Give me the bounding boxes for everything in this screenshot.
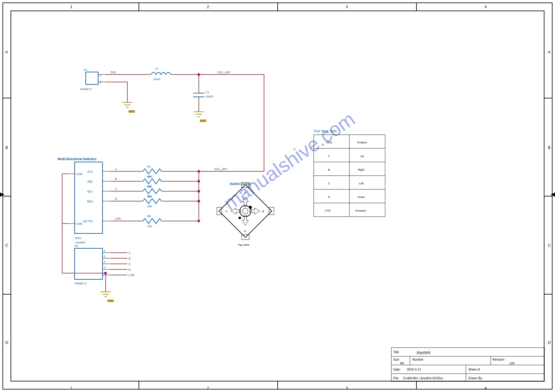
zone-labels: 1 2 3 4 1 2 3 4 A B C D A B C D (5, 4, 551, 390)
svg-text:R4: R4 (147, 195, 151, 198)
svg-text:File:: File: (393, 376, 399, 380)
svg-text:1: 1 (104, 249, 105, 252)
svg-rect-16 (86, 72, 98, 84)
svg-text:Left: Left (359, 182, 364, 185)
svg-text:10K: 10K (147, 225, 152, 228)
svg-text:Multi-Directional Switches: Multi-Directional Switches (58, 157, 97, 161)
gnd-symbol: GND (194, 112, 207, 122)
svg-text:2: 2 (99, 81, 101, 84)
svg-text:CTR: CTR (115, 217, 121, 220)
svg-text:Number: Number (412, 358, 424, 361)
svg-text:C: C (5, 243, 8, 248)
svg-text:3(B): 3(B) (87, 180, 93, 183)
switch-layout-figure: Switch Layout A B (217, 182, 274, 246)
inductor-l1: L1 22uH (151, 67, 171, 81)
svg-text:True Value Table: True Value Table (314, 129, 337, 133)
svg-text:SW1: SW1 (75, 237, 81, 240)
svg-text:A: A (244, 191, 246, 194)
svg-text:5(D): 5(D) (87, 200, 93, 203)
schematic-canvas: manualshive.com 1 2 3 4 1 2 3 4 A B C D … (0, 0, 555, 392)
svg-text:1v0: 1v0 (509, 362, 515, 365)
gnd-symbol: GND (122, 102, 135, 113)
svg-text:2: 2 (207, 4, 209, 9)
resistor-row-b: B R2 10K (111, 175, 200, 188)
svg-text:A: A (548, 50, 551, 54)
svg-text:C: C (115, 187, 117, 191)
netlabel-vccjoy: VCC_JOY (214, 168, 227, 171)
svg-text:2: 2 (104, 255, 105, 258)
svg-text:100nF: 100nF (206, 95, 214, 98)
svg-text:Title: Title (393, 350, 399, 354)
title-block: Title Joystick Size A4 Number Revision 1… (391, 348, 544, 381)
svg-text:1: 1 (70, 4, 72, 9)
connector-p1: P1 Header 2 1 2 (80, 68, 106, 91)
watermark: manualshive.com (220, 108, 359, 215)
svg-text:B: B (129, 257, 130, 260)
svg-text:D: D (548, 340, 551, 345)
svg-text:C: C (225, 210, 228, 213)
svg-text:A: A (328, 155, 330, 158)
svg-text:Position: Position (357, 141, 367, 144)
resistor-row-c: C R3 10K (111, 185, 200, 198)
capacitor-c1: C1 100nF (193, 91, 214, 98)
svg-text:B: B (5, 145, 8, 150)
resistor-row-ctr: CTR R5 10K (111, 215, 200, 228)
svg-text:GND: GND (107, 299, 114, 302)
svg-text:3: 3 (104, 260, 105, 264)
svg-text:R1: R1 (147, 165, 151, 168)
svg-text:Switch Layout: Switch Layout (230, 182, 251, 186)
svg-point-120 (249, 206, 252, 209)
svg-text:GND: GND (200, 119, 207, 122)
netlabel-3v3: 3V3 (111, 71, 116, 74)
svg-text:Size: Size (393, 358, 399, 361)
svg-text:SW1: SW1 (326, 141, 332, 144)
resistor-row-a: A R1 10K (111, 165, 200, 178)
svg-text:Revision: Revision (493, 358, 504, 361)
wire (106, 82, 127, 102)
svg-text:D: D (129, 268, 131, 271)
svg-text:R5: R5 (147, 215, 151, 218)
connector-p2: P2 Header 5 1 2 3 4 5 (75, 245, 111, 285)
svg-text:A: A (129, 251, 130, 255)
svg-text:3: 3 (346, 4, 348, 9)
svg-text:R2: R2 (147, 175, 151, 178)
switch-sw1: Multi-Directional Switches SW1 Joystick … (58, 157, 111, 244)
svg-text:3: 3 (346, 386, 348, 390)
svg-text:Header 5: Header 5 (75, 282, 86, 285)
svg-text:Date:: Date: (393, 368, 401, 371)
svg-text:B: B (115, 178, 117, 181)
svg-text:C1: C1 (206, 91, 209, 94)
svg-text:Down: Down (358, 196, 365, 199)
svg-text:Top-View: Top-View (238, 243, 249, 246)
svg-text:R3: R3 (147, 185, 151, 188)
svg-text:4: 4 (484, 386, 487, 390)
svg-text:A: A (5, 50, 8, 54)
svg-text:Drawn By:: Drawn By: (468, 376, 483, 380)
svg-text:4: 4 (104, 266, 105, 269)
netlabel-vccjoy: VCC_JOY (217, 71, 230, 74)
svg-text:P2: P2 (75, 245, 78, 248)
svg-text:Header 2: Header 2 (80, 88, 92, 91)
svg-text:B: B (262, 210, 264, 213)
svg-text:Joystick: Joystick (75, 241, 85, 244)
svg-text:22uH: 22uH (153, 78, 160, 81)
svg-text:COM: COM (76, 173, 82, 176)
svg-rect-119 (243, 209, 248, 214)
svg-text:D: D (244, 230, 246, 233)
svg-text:A4: A4 (400, 362, 404, 365)
svg-text:A: A (115, 168, 117, 171)
svg-text:2016-3-11: 2016-3-11 (407, 368, 421, 371)
resistor-row-d: D R4 10K (111, 195, 200, 208)
svg-text:COM: COM (76, 222, 82, 225)
svg-text:2: 2 (207, 386, 209, 390)
svg-text:Right: Right (358, 168, 365, 171)
svg-text:P1: P1 (84, 68, 87, 71)
svg-text:1: 1 (99, 74, 101, 77)
svg-text:1: 1 (70, 386, 72, 390)
svg-text:C: C (129, 263, 131, 266)
svg-text:CTR: CTR (325, 209, 331, 212)
svg-text:L1: L1 (155, 67, 158, 70)
svg-rect-85 (75, 248, 102, 279)
svg-text:6(CTR): 6(CTR) (84, 220, 93, 223)
wire (199, 74, 264, 171)
